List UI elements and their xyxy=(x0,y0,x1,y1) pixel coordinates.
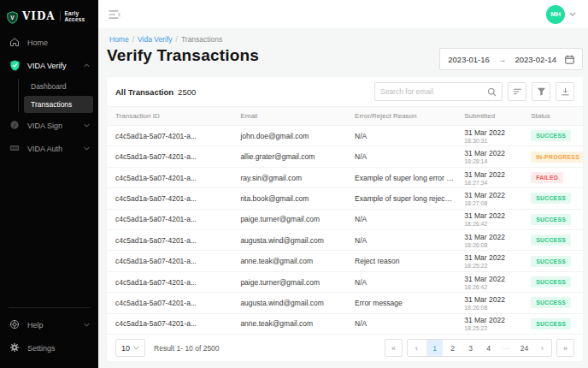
menu-fold-icon[interactable] xyxy=(109,9,121,20)
status-badge: SUCCESS xyxy=(531,318,571,329)
sort-button[interactable] xyxy=(508,82,526,101)
status-badge: SUCCESS xyxy=(531,276,571,288)
cell-email: augusta.wind@gmail.com xyxy=(235,299,350,307)
sidebar-item-label: Help xyxy=(27,321,77,329)
pagination-first-button[interactable]: « xyxy=(385,339,403,357)
table-row[interactable]: c4c5ad1a-5a07-4201-a...anne.teak@gmail.c… xyxy=(107,314,583,335)
auth-grid-icon xyxy=(9,143,21,154)
table-row[interactable]: c4c5ad1a-5a07-4201-a...ray.sin@gmail.com… xyxy=(107,168,583,188)
pagination-last-button[interactable]: » xyxy=(556,339,574,357)
table-row[interactable]: c4c5ad1a-5a07-4201-a...allie.grater@gmai… xyxy=(107,146,583,167)
download-button[interactable] xyxy=(556,82,574,101)
chevron-down-icon xyxy=(84,146,90,151)
sidebar-item-vida-auth[interactable]: VIDA Auth xyxy=(0,137,98,160)
sidebar-item-vida-sign[interactable]: VIDA Sign xyxy=(0,114,98,137)
cell-email: rita.book@gmail.com xyxy=(235,194,350,203)
cell-transaction-id: c4c5ad1a-5a07-4201-a... xyxy=(107,257,235,265)
table-row[interactable]: c4c5ad1a-5a07-4201-a...augusta.wind@gmai… xyxy=(107,293,583,313)
cell-status: SUCCESS xyxy=(526,318,583,329)
sidebar-item-label: Settings xyxy=(27,344,90,353)
cell-reason: Error message xyxy=(350,299,459,307)
filter-button[interactable] xyxy=(532,82,550,101)
pagination-page-24[interactable]: 24 xyxy=(516,340,532,356)
table-body: c4c5ad1a-5a07-4201-a...john.doe@gmail.co… xyxy=(107,126,583,335)
avatar[interactable]: MH xyxy=(546,5,565,24)
chevron-down-icon xyxy=(569,12,576,16)
breadcrumb-vida-verify[interactable]: Vida Verify xyxy=(138,35,172,44)
date-end[interactable]: 2023-02-14 xyxy=(514,55,556,64)
home-icon xyxy=(9,37,21,48)
cell-email: anne.teak@gmail.com xyxy=(235,257,350,265)
sidebar-item-help[interactable]: Help xyxy=(0,313,98,336)
column-header-transaction-id: Transaction ID xyxy=(107,107,235,125)
table-header-row: Transaction ID Email Error/Reject Reason… xyxy=(107,106,583,126)
table-row[interactable]: c4c5ad1a-5a07-4201-a...rita.book@gmail.c… xyxy=(107,188,583,209)
cell-submitted: 31 Mar 202218:26:42 xyxy=(459,211,526,227)
sidebar-item-label: VIDA Auth xyxy=(27,145,77,153)
pagination-page-2[interactable]: 2 xyxy=(444,340,461,356)
cell-status: SUCCESS xyxy=(526,214,583,225)
pagination-pages-group: ‹ 1 2 3 4 ··· 24 › xyxy=(407,339,552,357)
cell-submitted: 31 Mar 202218:25:22 xyxy=(459,253,526,269)
page-header: Verify Transactions 2023-01-16 → 2023-02… xyxy=(107,46,583,70)
sidebar-item-settings[interactable]: Settings xyxy=(0,336,98,359)
sidebar-item-label: VIDA Verify xyxy=(27,62,77,70)
cell-status: SUCCESS xyxy=(526,193,583,204)
date-start[interactable]: 2023-01-16 xyxy=(448,55,490,64)
date-range-picker[interactable]: 2023-01-16 → 2023-02-14 xyxy=(439,48,583,70)
cell-status: SUCCESS xyxy=(526,276,583,288)
search-icon[interactable] xyxy=(487,87,497,97)
page-size-select[interactable]: 10 xyxy=(115,339,145,357)
table-row[interactable]: c4c5ad1a-5a07-4201-a...paige.turner@gmai… xyxy=(107,210,583,230)
table-row[interactable]: c4c5ad1a-5a07-4201-a...john.doe@gmail.co… xyxy=(107,126,583,146)
cell-reason: N/A xyxy=(350,319,459,328)
early-access-label: Early Access xyxy=(64,10,91,22)
cell-submitted: 31 Mar 202218:30:31 xyxy=(459,128,526,144)
cell-transaction-id: c4c5ad1a-5a07-4201-a... xyxy=(107,215,235,223)
cell-submitted: 31 Mar 202218:27:08 xyxy=(459,191,526,206)
search-box xyxy=(374,82,503,101)
calendar-icon[interactable] xyxy=(565,55,574,64)
status-badge: SUCCESS xyxy=(531,130,571,141)
status-badge: SUCCESS xyxy=(531,234,571,246)
cell-email: ray.sin@gmail.com xyxy=(235,174,350,182)
cell-reason: N/A xyxy=(350,132,459,140)
pagination-prev-button[interactable]: ‹ xyxy=(409,340,425,356)
cell-email: augusta.wind@gmail.com xyxy=(235,236,350,245)
sidebar-item-label: VIDA Sign xyxy=(27,122,77,130)
sidebar-item-dashboard[interactable]: Dashboard xyxy=(24,78,93,95)
pagination-page-3[interactable]: 3 xyxy=(462,340,479,356)
pagination: « ‹ 1 2 3 4 ··· 24 › » xyxy=(385,339,574,357)
verify-shield-icon xyxy=(9,60,21,71)
status-badge: SUCCESS xyxy=(531,297,571,308)
cell-status: SUCCESS xyxy=(526,234,583,246)
sign-pen-icon xyxy=(9,120,21,131)
search-input[interactable] xyxy=(380,87,484,96)
cell-status: SUCCESS xyxy=(526,297,583,308)
table-row[interactable]: c4c5ad1a-5a07-4201-a...augusta.wind@gmai… xyxy=(107,230,583,251)
summary-count: 2500 xyxy=(178,87,196,97)
summary-label: All Transaction xyxy=(115,87,173,97)
breadcrumb-separator: / xyxy=(176,35,178,44)
sidebar: V VIDA Early Access Home VIDA Verify Das… xyxy=(0,0,98,368)
pagination-page-4[interactable]: 4 xyxy=(480,340,497,356)
cell-reason: Example of super long reject reas.. xyxy=(350,194,459,203)
sidebar-item-transactions[interactable]: Transactions xyxy=(24,96,93,113)
pagination-page-1[interactable]: 1 xyxy=(426,340,443,356)
status-badge: SUCCESS xyxy=(531,256,571,267)
chevron-up-icon xyxy=(84,63,90,68)
table-row[interactable]: c4c5ad1a-5a07-4201-a...paige.turner@gmai… xyxy=(107,272,583,293)
cell-transaction-id: c4c5ad1a-5a07-4201-a... xyxy=(107,319,235,328)
user-menu[interactable]: MH xyxy=(546,5,576,24)
pagination-next-button[interactable]: › xyxy=(534,340,550,356)
table-row[interactable]: c4c5ad1a-5a07-4201-a...anne.teak@gmail.c… xyxy=(107,251,583,271)
sidebar-item-home[interactable]: Home xyxy=(0,31,98,54)
cell-submitted: 31 Mar 202218:25:22 xyxy=(459,316,526,331)
breadcrumb-separator: / xyxy=(132,35,134,44)
cell-email: allie.grater@gmail.com xyxy=(235,152,350,161)
cell-reason: N/A xyxy=(350,236,459,245)
cell-transaction-id: c4c5ad1a-5a07-4201-a... xyxy=(107,278,235,287)
topbar: MH xyxy=(98,0,588,28)
sidebar-item-vida-verify[interactable]: VIDA Verify xyxy=(0,54,98,77)
breadcrumb-home[interactable]: Home xyxy=(109,35,129,44)
